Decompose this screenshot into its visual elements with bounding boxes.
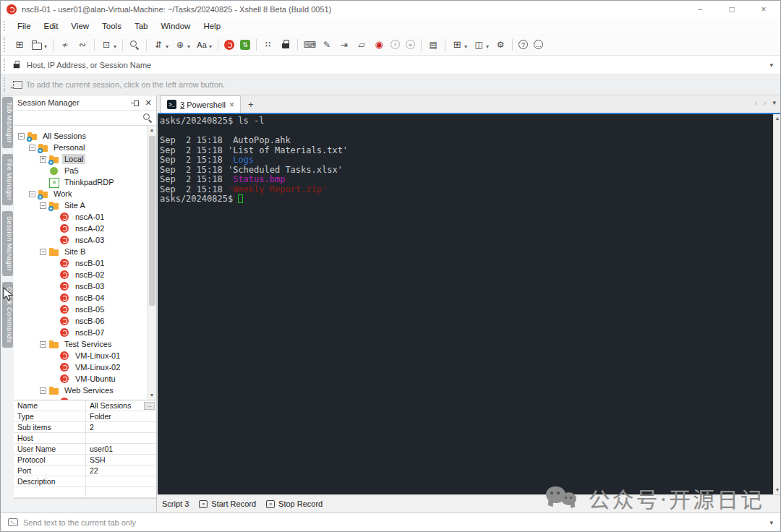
side-tab-tab-manager[interactable]: Tab Manager: [2, 97, 13, 148]
tree-scrollbar[interactable]: ▲ ▼: [147, 126, 156, 400]
search-button[interactable]: [126, 36, 143, 53]
tree-item-nscb-07[interactable]: nscB-07: [14, 327, 147, 338]
scratchpad-button[interactable]: ▱: [353, 36, 370, 53]
tree-item-work[interactable]: −Work: [14, 188, 147, 200]
tree-item-nscb-04[interactable]: nscB-04: [14, 292, 147, 304]
tree-item-nscb-01[interactable]: nscB-01: [14, 257, 147, 269]
scroll-down-icon[interactable]: ▼: [774, 486, 781, 494]
expander-minus-icon[interactable]: −: [40, 249, 46, 255]
tab-settings-button[interactable]: ⚙: [492, 36, 509, 53]
menu-edit[interactable]: Edit: [38, 20, 65, 33]
disconnect-button[interactable]: ≁: [56, 36, 74, 53]
open-folder-button[interactable]: [28, 36, 50, 53]
session-properties-button[interactable]: ⊡: [98, 36, 119, 53]
expander-minus-icon[interactable]: −: [29, 191, 35, 197]
new-tab-button[interactable]: ⊞: [448, 36, 470, 53]
tree-item-vm-linux-01[interactable]: VM-Linux-01: [14, 350, 147, 361]
tree-item-nscb-06[interactable]: nscB-06: [14, 315, 147, 327]
tree-item-vm-linux-02[interactable]: VM-Linux-02: [14, 361, 147, 373]
menu-tab[interactable]: Tab: [128, 20, 155, 33]
fullscreen-button[interactable]: ∷: [260, 36, 277, 53]
expander-minus-icon[interactable]: −: [40, 341, 46, 348]
tab-list-caret-icon[interactable]: [772, 99, 776, 106]
drag-grip[interactable]: [4, 21, 5, 31]
stop-button[interactable]: ■: [403, 36, 418, 53]
encoding-button[interactable]: ⊕: [171, 36, 193, 53]
new-session-button[interactable]: ⊞: [11, 36, 28, 53]
property-value[interactable]: 22: [85, 466, 156, 476]
send-text-input[interactable]: Send text to the current tab only: [23, 518, 136, 527]
property-value[interactable]: [85, 433, 156, 443]
property-value[interactable]: SSH: [85, 455, 156, 465]
tree-item-partial[interactable]: [14, 396, 147, 400]
tree-item-web-services[interactable]: −Web Services: [14, 385, 147, 396]
expander-minus-icon[interactable]: −: [29, 145, 35, 151]
property-value[interactable]: All Sessions...: [85, 400, 156, 411]
new-tab-button[interactable]: [248, 99, 254, 110]
layout-button[interactable]: ◫: [470, 36, 492, 53]
title-bar[interactable]: nscB-01 - user01@alan-Virtual-Machine: ~…: [1, 1, 780, 18]
scroll-down-icon[interactable]: ▼: [148, 391, 156, 400]
menu-tools[interactable]: Tools: [95, 20, 128, 33]
address-input[interactable]: Host, IP Address, or Session Name: [27, 61, 151, 69]
property-value[interactable]: user01: [85, 444, 156, 454]
close-panel-icon[interactable]: ✕: [144, 98, 153, 108]
send-text-bar[interactable]: Send text to the current tab only ▾: [1, 512, 780, 531]
tree-item-thinkpadrdp[interactable]: ThinkpadRDP: [14, 176, 147, 188]
send-input-button[interactable]: ⇥: [336, 36, 353, 53]
about-button[interactable]: …: [531, 36, 546, 53]
pin-icon[interactable]: [131, 99, 140, 106]
tree-item-personal[interactable]: −Personal: [14, 142, 147, 153]
tree-item-nscb-05[interactable]: nscB-05: [14, 304, 147, 315]
stop-record-button[interactable]: Stop Record: [266, 499, 323, 508]
scrollbar-thumb[interactable]: [149, 136, 155, 306]
tree-item-nsca-02[interactable]: nscA-02: [14, 223, 147, 234]
tree-item-all-sessions[interactable]: −All Sessions: [14, 130, 147, 142]
expander-minus-icon[interactable]: −: [18, 133, 25, 140]
ellipsis-button[interactable]: ...: [144, 402, 155, 410]
tree-item-pa5[interactable]: Pa5: [14, 165, 147, 176]
side-tab-session-manager[interactable]: Session Manager: [2, 211, 13, 276]
property-value[interactable]: [85, 476, 156, 486]
tab-powershell[interactable]: 3 Powershell: [161, 95, 241, 113]
tree-item-nsca-01[interactable]: nscA-01: [14, 211, 147, 223]
drag-grip[interactable]: [4, 77, 5, 92]
tree-item-test-services[interactable]: −Test Services: [14, 338, 147, 350]
tree-item-site-b[interactable]: −Site B: [14, 246, 147, 257]
start-record-button[interactable]: Start Record: [199, 499, 256, 508]
terminal-scrollbar[interactable]: ▲ ▼: [773, 114, 780, 494]
reconnect-button[interactable]: ∾: [74, 36, 91, 53]
tab-scroll-right-icon[interactable]: [764, 98, 767, 107]
tree-item-site-a[interactable]: −Site A: [14, 200, 147, 211]
close-tab-icon[interactable]: [229, 100, 234, 110]
menu-view[interactable]: View: [64, 20, 95, 33]
keyboard-button[interactable]: ⌨: [301, 36, 318, 53]
drag-grip[interactable]: [4, 59, 5, 71]
scroll-up-icon[interactable]: ▲: [148, 126, 156, 134]
menu-window[interactable]: Window: [154, 20, 197, 33]
expander-minus-icon[interactable]: −: [40, 202, 46, 209]
tab-scroll-left-icon[interactable]: [754, 98, 757, 107]
property-value[interactable]: 2: [85, 422, 156, 432]
side-tab-file-manager[interactable]: File Manager: [2, 154, 13, 205]
pause-button[interactable]: ‖: [388, 36, 403, 53]
session-search-input[interactable]: [14, 111, 156, 126]
scroll-up-icon[interactable]: ▲: [774, 114, 781, 123]
tree-item-local[interactable]: +Local: [14, 153, 147, 165]
maximize-button[interactable]: □: [725, 4, 738, 14]
tree-item-vm-ubuntu[interactable]: VM-Ubuntu: [14, 373, 147, 385]
menu-help[interactable]: Help: [197, 20, 227, 33]
terminal-screen[interactable]: asks/20240825$ ls -l Sep 2 15:18 AutoPop…: [158, 114, 773, 494]
tree-item-nscb-03[interactable]: nscB-03: [14, 280, 147, 292]
expander-minus-icon[interactable]: −: [40, 387, 46, 394]
property-value[interactable]: [85, 487, 156, 497]
address-dropdown-caret-icon[interactable]: ▾: [769, 61, 773, 69]
log-button[interactable]: ▤: [424, 36, 442, 53]
expander-plus-icon[interactable]: +: [40, 156, 46, 163]
xshell-button[interactable]: [221, 36, 237, 53]
lock-button[interactable]: [277, 36, 294, 53]
help-button[interactable]: ?: [516, 36, 531, 53]
tree-item-nsca-03[interactable]: nscA-03: [14, 234, 147, 246]
record-button[interactable]: ◉: [370, 36, 388, 53]
property-value[interactable]: Folder: [85, 411, 156, 421]
